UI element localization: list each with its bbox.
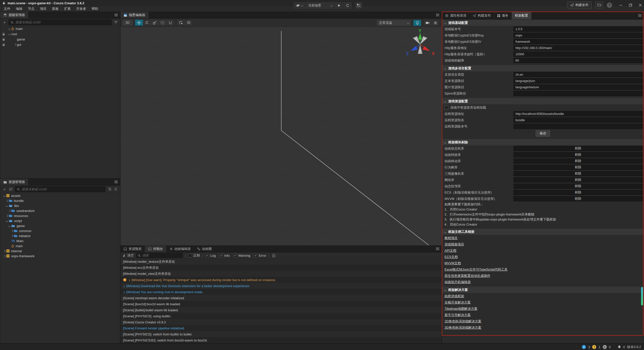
- lighting-toggle-button[interactable]: [413, 20, 421, 26]
- maximize-button[interactable]: [629, 4, 632, 7]
- tree-chevron-icon[interactable]: [10, 235, 14, 237]
- log-expand-icon[interactable]: [123, 290, 125, 294]
- scene-select[interactable]: 当前场景: [306, 2, 335, 9]
- snap-settings-button[interactable]: [177, 20, 185, 26]
- tab-build[interactable]: 构建发布: [470, 12, 494, 19]
- scale-tool-button[interactable]: [151, 20, 158, 26]
- property-input[interactable]: [513, 117, 643, 123]
- asset-node[interactable]: bundle: [0, 198, 120, 203]
- hierarchy-menu-icon[interactable]: [114, 14, 118, 16]
- hierarchy-search-input[interactable]: [15, 20, 110, 24]
- tab-hierarchy[interactable]: 层级管理器: [0, 12, 28, 18]
- remove-module-button[interactable]: 剔除: [513, 184, 643, 189]
- create-asset-button[interactable]: +: [2, 187, 7, 192]
- asset-node[interactable]: common: [0, 228, 120, 233]
- preview-platform-select[interactable]: [293, 2, 306, 9]
- doc-link[interactable]: Tiledmap地图解决方案: [445, 307, 477, 311]
- tab-assets[interactable]: 资源管理器: [0, 179, 28, 185]
- hierarchy-node[interactable]: game: [0, 37, 120, 42]
- asset-node[interactable]: assets: [0, 193, 120, 198]
- tab-scene-editor[interactable]: 场景编辑器: [120, 12, 148, 18]
- close-button[interactable]: [639, 4, 642, 7]
- doc-link[interactable]: Excel格式转Json文件与TypeScript代码工具: [445, 267, 508, 272]
- error-count-icon[interactable]: ×: [603, 345, 607, 349]
- tree-chevron-icon[interactable]: [7, 28, 11, 30]
- checkbox-box[interactable]: ✓: [219, 254, 223, 257]
- property-input[interactable]: [513, 91, 643, 96]
- menu-item[interactable]: 扩展: [61, 6, 73, 12]
- preview-qr-button[interactable]: [355, 2, 363, 9]
- assets-menu-icon[interactable]: [114, 181, 118, 183]
- log-row[interactable]: [Scene] [PHYSICS]: using builtin.: [120, 313, 441, 319]
- asset-node[interactable]: game: [0, 223, 120, 228]
- property-input[interactable]: [513, 84, 643, 90]
- remove-module-button[interactable]: 剔除: [513, 152, 643, 157]
- save-button[interactable]: 保存: [536, 130, 550, 137]
- log-row[interactable]: [Window] Download the Vue Devtools exten…: [120, 283, 441, 289]
- menu-item[interactable]: 编辑: [13, 6, 25, 12]
- doc-link[interactable]: 教程项目: [445, 236, 458, 240]
- info-count-icon[interactable]: i: [582, 345, 586, 349]
- rect-tool-button[interactable]: [158, 20, 166, 26]
- doc-link[interactable]: API文档: [445, 248, 456, 253]
- section-header[interactable]: 游戏资源配置: [442, 98, 644, 104]
- tab-anim-graph[interactable]: 动画图: [194, 246, 215, 252]
- regex-checkbox-box[interactable]: [188, 254, 192, 257]
- hierarchy-node[interactable]: gui: [0, 42, 120, 47]
- filter-info-checkbox[interactable]: ✓Info: [219, 254, 230, 257]
- projection-3d-button[interactable]: 3D: [123, 20, 133, 26]
- tree-chevron-icon[interactable]: [2, 250, 6, 252]
- open-project-folder-button[interactable]: [595, 2, 603, 9]
- tab-framework[interactable]: 框架配置: [512, 12, 531, 19]
- menu-item[interactable]: 面板: [49, 6, 61, 12]
- tree-chevron-icon[interactable]: [5, 200, 9, 202]
- bell-icon[interactable]: [618, 345, 621, 349]
- clear-console-button[interactable]: 清空: [123, 253, 134, 258]
- property-input[interactable]: [513, 26, 643, 32]
- menu-item[interactable]: 帮助: [89, 6, 101, 12]
- assets-search-input[interactable]: [21, 187, 103, 191]
- asset-node[interactable]: script: [0, 218, 120, 223]
- menu-item[interactable]: 节点: [25, 6, 37, 12]
- doc-link[interactable]: 原生包热更新配置自动生成插件: [445, 274, 490, 278]
- menu-item[interactable]: 项目: [37, 6, 49, 12]
- log-row[interactable]: [Scene] [PHYSICS]: switch from builtin t…: [120, 331, 441, 337]
- scene-viewport[interactable]: Y Z X: [120, 27, 441, 246]
- create-node-button[interactable]: +: [2, 20, 7, 25]
- tree-chevron-icon[interactable]: [2, 255, 6, 257]
- section-header[interactable]: 游戏多语言配置: [442, 65, 644, 71]
- inspector-scrollbar-thumb[interactable]: [641, 287, 643, 305]
- warning-count-icon[interactable]: !: [592, 345, 596, 349]
- doc-link[interactable]: 2D角色扮演游戏解决方案: [445, 319, 481, 324]
- asset-node[interactable]: internal: [0, 248, 120, 253]
- remove-module-button[interactable]: 剔除: [513, 177, 643, 183]
- help-button[interactable]: ?: [607, 3, 612, 8]
- rotate-tool-button[interactable]: [143, 20, 151, 26]
- log-row[interactable]: [Scene] Cocos Creator v3.8.2: [120, 319, 441, 325]
- property-input[interactable]: [513, 45, 643, 51]
- console-search-input[interactable]: [142, 253, 181, 257]
- remote-load-checkbox[interactable]: 游戏中资源是否远程加载: [442, 104, 644, 111]
- hierarchy-search[interactable]: [9, 19, 112, 25]
- section-header[interactable]: 框架模块剔除: [442, 139, 644, 145]
- tab-preview[interactable]: 资源预览: [120, 246, 145, 252]
- tab-console[interactable]: 控制台: [145, 246, 166, 252]
- asset-node[interactable]: main: [0, 243, 120, 248]
- filter-error-checkbox[interactable]: ✓Error: [254, 254, 266, 257]
- log-row[interactable]: [Scene] Forward render pipeline initiali…: [120, 325, 441, 331]
- asset-node[interactable]: TSMain: [0, 238, 120, 243]
- assets-filter-icon[interactable]: [107, 187, 112, 192]
- tab-anim-editor[interactable]: 动画编辑器: [166, 246, 194, 252]
- log-row[interactable]: [Window] [Vue warn]: Property "onInput" …: [120, 277, 441, 283]
- tree-chevron-icon[interactable]: [7, 225, 11, 227]
- gizmo-z-label[interactable]: Z: [406, 52, 409, 56]
- gizmo-x-label[interactable]: X: [432, 52, 435, 56]
- play-button[interactable]: [335, 2, 343, 9]
- regex-checkbox[interactable]: 正则: [188, 253, 200, 258]
- log-row[interactable]: [Window] render_texture文件夹存在: [120, 259, 441, 265]
- hierarchy-filter-icon[interactable]: [113, 20, 118, 25]
- property-input[interactable]: [513, 78, 643, 83]
- tree-chevron-icon[interactable]: [5, 220, 9, 222]
- doc-link[interactable]: ECS文档: [445, 255, 458, 259]
- log-row[interactable]: [Window] ecs文件夹存在: [120, 265, 441, 271]
